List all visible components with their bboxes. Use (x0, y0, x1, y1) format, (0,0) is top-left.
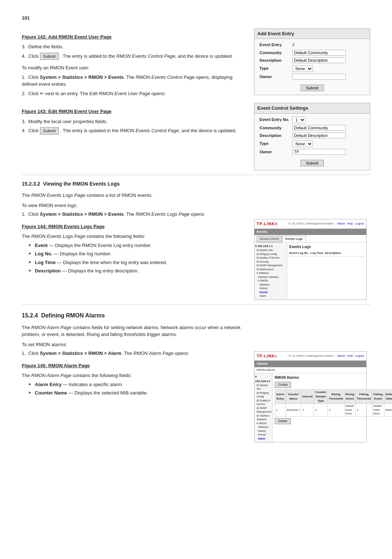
sidebar-maintenance[interactable]: ⊞ Maintenance (255, 268, 286, 272)
alarm-create-btn[interactable]: Create (275, 382, 291, 388)
edit-step4-text: . The entry is updated in the RMON Event… (60, 128, 237, 133)
sidebar-snmp[interactable]: ⊞ SNMP Management (255, 264, 286, 268)
tplink-events-content: Events Logs Event Log No. Log Time Descr… (287, 243, 366, 300)
alarm-sidebar-rmon-events[interactable]: Events (255, 433, 271, 437)
sidebar-rmon-alarm[interactable]: Alarm (255, 294, 286, 298)
field-community-input[interactable] (292, 50, 346, 56)
field-event-entry-label: Event Entry (260, 42, 292, 48)
alarm-sidebar-system[interactable]: ⊞ System Info (255, 384, 271, 391)
sidebar-statistics[interactable]: ▾ Statistics (255, 271, 286, 275)
tplink-logo: TP-LINK® (257, 221, 278, 227)
step3-define: 3. Define the fields. (22, 44, 64, 49)
sidebar-rmon[interactable]: ▾ RMON (255, 279, 286, 283)
view-heading: To view RMON event logs: (22, 202, 243, 209)
alarm-row-rising-thresh: 1 (328, 404, 344, 417)
alarm-logout-link[interactable]: Logout (355, 354, 364, 358)
alarm-col-rising-thresh: Rising Threshold (328, 390, 344, 404)
alarm-help-link[interactable]: Help (347, 354, 353, 358)
alarm-step1: 1. Click System > Statistics > RMON > Al… (22, 351, 189, 356)
field-type-select[interactable]: None (292, 65, 313, 72)
events-table-header: Event Log No. Log Time Description (289, 251, 364, 256)
event-control-panel-title: Event Control Settings (254, 103, 370, 114)
alarm-sidebar-qos[interactable]: ⊞ Quality of Service (255, 399, 271, 406)
sidebar-security[interactable]: ⊞ Security (255, 260, 286, 264)
sidebar-ip: ▾ 192.168.1.1 (255, 244, 286, 248)
alarm-sidebar: ▾ 192.168.0.1 ⊞ System Info ⊞ Bridging C… (254, 373, 273, 442)
sidebar-bridging[interactable]: ⊞ Bridging Config (255, 252, 286, 256)
field-community-label: Community (260, 50, 292, 56)
logout-link[interactable]: Logout (355, 222, 364, 226)
alarm-section-label: Alarms (254, 361, 366, 367)
alarm-delete-btn[interactable]: Delete (275, 418, 291, 425)
step4-submit-btn[interactable]: Submit (40, 53, 59, 60)
event-control-panel: Event Control Settings Event Entry No. 1… (254, 103, 370, 170)
alarm-sidebar-iface[interactable]: ⊞ Interface Statistics (255, 414, 271, 422)
alarm-row-rising-event: Default Event Descr (344, 404, 355, 417)
field2-community-label: Community (260, 125, 292, 131)
alarm-sidebar-rmon-history[interactable]: History (255, 429, 271, 433)
alarm-nav-label: RMON Alarms (254, 367, 366, 373)
alarm-row-falling-thresh: 1 (356, 404, 372, 417)
alarm-page-intro: The RMON Alarm Page contains the followi… (22, 372, 243, 379)
page-number: 101 (22, 15, 370, 22)
edit-step3: 3. Modify the local user properties fiel… (22, 119, 107, 124)
figure-142-title: Figure 142: Add RMON Event User Page (22, 33, 243, 41)
field-event-entry-val: 2 (292, 42, 294, 48)
alarm-content-area: RMON Alarms Create Alarm Entry Counter N… (273, 373, 392, 442)
modify-step2: 2. Click ✏ next to an entry. The Edit RM… (22, 91, 166, 96)
alarm-col-sample: Counter Sample Type (314, 390, 328, 404)
tplink-model: TL-SL3428 L2 Management Switch (278, 222, 334, 226)
field-owner-input[interactable] (292, 74, 346, 80)
event-control-submit-btn[interactable]: Submit (301, 160, 324, 166)
sidebar-system[interactable]: ⊞ System Info (255, 248, 286, 252)
about-link[interactable]: About (337, 222, 345, 226)
figure-145-title: Figure 145: RMON Alarm Page (22, 362, 243, 369)
sidebar-rmon-history[interactable]: History (255, 287, 286, 291)
events-logs-intro: The RMON Events Logs Page contains the f… (22, 233, 243, 240)
field2-type-select[interactable]: None (292, 141, 313, 147)
add-event-panel-title: Add Event Entry (254, 29, 370, 39)
sidebar-rmon-stats[interactable]: Statistics (255, 283, 286, 287)
alarm-sidebar-rmon[interactable]: ▾ RMON (255, 422, 271, 426)
alarm-sidebar-rmon-stats[interactable]: Statistics (255, 425, 271, 429)
field2-owner-label: Owner (260, 149, 292, 155)
alarm-col-falling-event: Falling Event (372, 390, 384, 404)
alarm-col-falling-thresh: Falling Threshold (356, 390, 372, 404)
field2-owner-input[interactable] (292, 149, 346, 155)
add-event-submit-btn[interactable]: Submit (301, 85, 324, 91)
field-event-entry-no-select[interactable]: 1 (292, 117, 306, 123)
events-logs-fields: Event — Displays the RMON Events Log ent… (28, 242, 243, 275)
sidebar-qos[interactable]: ⊞ Quality of Service (255, 256, 286, 260)
sidebar-rmon-events[interactable]: Events (255, 291, 286, 295)
field-event-entry-no-label: Event Entry No. (260, 117, 292, 123)
alarms-intro: The RMON Alarm Page contains fields for … (22, 324, 243, 338)
field2-type-label: Type (260, 141, 292, 147)
events-control-tab[interactable]: Events Control (257, 236, 282, 242)
field-owner-label: Owner (260, 74, 292, 80)
alarm-sidebar-bridging[interactable]: ⊞ Bridging Config (255, 391, 271, 399)
alarm-table: Alarm Entry Counter Name Interval Counte… (275, 389, 392, 417)
alarm-sidebar-ip: ▾ 192.168.0.1 (255, 375, 271, 384)
edit-submit-btn[interactable]: Submit (40, 127, 59, 135)
sidebar-iface-stats[interactable]: Interface Statistics (255, 275, 286, 279)
field-description-label: Description (260, 57, 292, 64)
view-step1: 1. Click System > Statistics > RMON > Ev… (22, 211, 205, 217)
step4-text: . The entry is added to the RMON Events … (60, 53, 233, 59)
modify-step1: 1. Click System > Statistics > RMON > Ev… (22, 74, 232, 87)
alarm-sidebar-snmp[interactable]: ⊞ SNMP Management (255, 406, 271, 414)
alarm-about-link[interactable]: About (337, 354, 345, 358)
events-logs-tab[interactable]: Events Logs (282, 236, 306, 242)
field-type-label: Type (260, 65, 292, 72)
step4-click-label: 4. Click (22, 53, 40, 59)
edit-step4: 4. Click (22, 128, 40, 133)
field-description-input[interactable] (292, 57, 346, 63)
help-link[interactable]: Help (347, 222, 353, 226)
figure-144-title: Figure 144: RMON Events Logs Page (22, 223, 243, 230)
alarm-sidebar-rmon-alarm[interactable]: Alarm (255, 437, 271, 441)
events-section-label: Events (254, 229, 366, 235)
alarm-tplink-logo: TP-LINK® (257, 353, 277, 359)
field2-desc-input[interactable] (292, 133, 346, 138)
alarm-col-rising-event: Rising Event (344, 390, 355, 404)
section-viewing-intro: The RMON Events Logs Page contains a lis… (22, 192, 243, 199)
field2-community-input[interactable] (292, 125, 346, 131)
